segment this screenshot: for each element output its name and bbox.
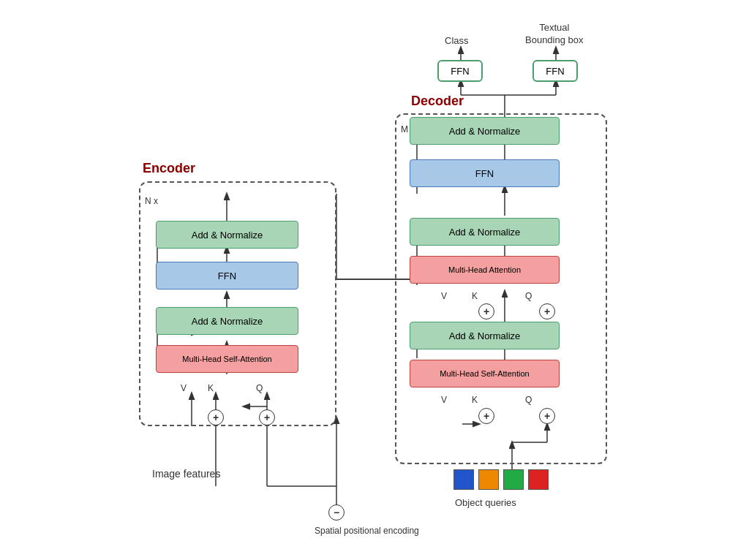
decoder-mha-plus-right: +: [539, 303, 555, 319]
decoder-mha-v-label: V: [441, 291, 447, 301]
decoder-mhsa-k-label: K: [472, 395, 478, 405]
decoder-add-normalize-top: Add & Normalize: [410, 117, 560, 145]
encoder-nx-label: N x: [145, 196, 158, 206]
diagram: Encoder N x Add & Normalize FFN Add & No…: [0, 0, 749, 560]
encoder-v-label: V: [181, 383, 187, 393]
decoder-mha-q-label: Q: [525, 291, 532, 301]
bbox-output-label: Textual Bounding box: [525, 22, 584, 47]
decoder-mha-plus-left: +: [478, 303, 494, 319]
output-ffn-class: FFN: [437, 60, 483, 82]
decoder-add-normalize-bottom: Add & Normalize: [410, 322, 560, 349]
decoder-multi-head-attention: Multi-Head Attention: [410, 256, 560, 284]
color-blue: [453, 469, 474, 490]
output-ffn-bbox: FFN: [532, 60, 578, 82]
encoder-add-normalize-top: Add & Normalize: [156, 221, 298, 249]
encoder-title: Encoder: [143, 161, 195, 176]
color-red: [528, 469, 549, 490]
decoder-mha-k-label: K: [472, 291, 478, 301]
class-output-label: Class: [445, 35, 469, 46]
color-orange: [478, 469, 499, 490]
encoder-q-label: Q: [256, 383, 263, 393]
encoder-plus-left: +: [208, 409, 224, 425]
encoder-ffn: FFN: [156, 262, 298, 290]
arrows-svg: [0, 0, 749, 560]
image-features-label: Image features: [152, 468, 220, 480]
decoder-add-normalize-mid: Add & Normalize: [410, 218, 560, 246]
encoder-container: [139, 181, 336, 426]
decoder-mhsa-plus-left: +: [478, 408, 494, 424]
encoder-k-label: K: [208, 383, 214, 393]
spatial-encoding-symbol: −: [328, 504, 345, 521]
decoder-mhsa-q-label: Q: [525, 395, 532, 405]
decoder-ffn: FFN: [410, 159, 560, 187]
encoder-add-normalize-bottom: Add & Normalize: [156, 307, 298, 335]
spatial-encoding-label: Spatial positional encoding: [315, 525, 419, 537]
object-queries-colors: [452, 468, 550, 491]
decoder-mhsa-v-label: V: [441, 395, 447, 405]
decoder-mhsa-plus-right: +: [539, 408, 555, 424]
encoder-plus-right: +: [259, 409, 275, 425]
object-queries-label: Object queries: [455, 497, 516, 508]
decoder-multi-head-self-attention: Multi-Head Self-Attention: [410, 360, 560, 387]
decoder-title: Decoder: [411, 94, 464, 109]
encoder-multi-head-self-attention: Multi-Head Self-Attention: [156, 345, 298, 373]
color-green: [503, 469, 524, 490]
